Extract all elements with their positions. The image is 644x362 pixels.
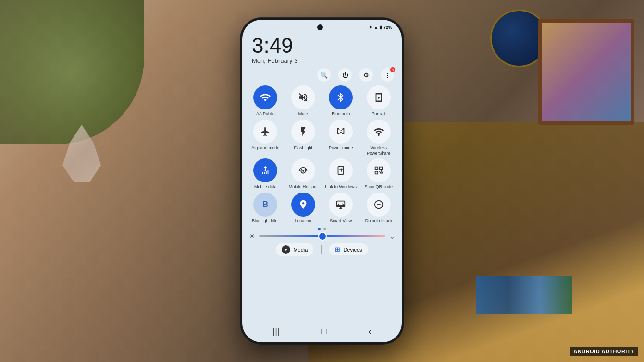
clock-display: 3:49 bbox=[252, 35, 392, 56]
quick-settings-grid: AA Public Mute bbox=[242, 84, 402, 226]
time-section: 3:49 Mon, February 3 bbox=[242, 32, 402, 66]
wifi-status-icon: ▲ bbox=[374, 25, 378, 30]
tile-bluetooth[interactable]: Bluetooth bbox=[323, 85, 359, 117]
location-icon bbox=[291, 193, 315, 217]
hotspot-label: Mobile Hotspot bbox=[289, 184, 318, 190]
link-windows-icon bbox=[329, 158, 353, 182]
phone-screen: ✦ ▲ ▮ 72% 3:49 Mon, February 3 🔍 ⏻ ⚙ ⋮ N bbox=[242, 20, 402, 342]
page-indicator bbox=[242, 228, 402, 230]
brightness-icon: ☀ bbox=[249, 232, 255, 240]
bluetooth-status-icon: ✦ bbox=[369, 25, 372, 30]
media-label: Media bbox=[293, 247, 308, 253]
flashlight-label: Flashlight bbox=[294, 145, 312, 151]
signal-status-icon: ▮ bbox=[380, 25, 382, 30]
aa-public-icon bbox=[253, 85, 277, 109]
tile-aa-public[interactable]: AA Public bbox=[248, 85, 283, 117]
tile-flashlight[interactable]: Flashlight bbox=[286, 120, 321, 156]
location-label: Location bbox=[295, 218, 311, 224]
wireless-powershare-label: Wireless PowerShare bbox=[361, 145, 396, 156]
tile-portrait[interactable]: Portrait bbox=[361, 85, 396, 117]
power-mode-icon bbox=[329, 120, 353, 144]
aa-public-label: AA Public bbox=[256, 111, 275, 117]
brightness-row: ☀ ⌄ bbox=[242, 231, 402, 241]
home-button[interactable]: □ bbox=[322, 326, 327, 337]
page-dot-2 bbox=[323, 228, 326, 230]
portrait-label: Portrait bbox=[372, 111, 385, 117]
recents-button[interactable]: ||| bbox=[273, 326, 280, 337]
books-decoration bbox=[476, 276, 572, 314]
devices-button[interactable]: ⊞ Devices bbox=[329, 243, 368, 255]
tile-mute[interactable]: Mute bbox=[286, 85, 321, 117]
date-display: Mon, February 3 bbox=[252, 57, 392, 64]
devices-grid-icon: ⊞ bbox=[335, 246, 340, 253]
brightness-slider[interactable] bbox=[259, 235, 385, 237]
power-mode-label: Power mode bbox=[329, 145, 353, 151]
power-button[interactable]: ⏻ bbox=[338, 68, 352, 82]
hotspot-icon bbox=[291, 158, 315, 182]
navigation-bar: ||| □ ‹ bbox=[242, 323, 402, 342]
tile-link-windows[interactable]: Link to Windows bbox=[323, 158, 359, 190]
devices-label: Devices bbox=[343, 247, 362, 253]
watermark: ANDROID AUTHORITY bbox=[570, 347, 638, 356]
settings-button[interactable]: ⚙ bbox=[359, 68, 373, 82]
bluetooth-label: Bluetooth bbox=[332, 111, 350, 117]
status-bar: ✦ ▲ ▮ 72% bbox=[242, 20, 402, 32]
phone-body: ✦ ▲ ▮ 72% 3:49 Mon, February 3 🔍 ⏻ ⚙ ⋮ N bbox=[240, 18, 404, 344]
airplane-icon bbox=[253, 120, 277, 144]
tile-mobile-data[interactable]: Mobile data bbox=[248, 158, 283, 190]
mute-label: Mute bbox=[298, 111, 308, 117]
tile-smart-view[interactable]: Smart View bbox=[323, 193, 359, 224]
smart-view-icon bbox=[329, 193, 353, 217]
bluetooth-icon bbox=[329, 85, 353, 109]
airplane-label: Airplane mode bbox=[251, 145, 279, 151]
brightness-thumb[interactable] bbox=[318, 232, 327, 241]
frame-decoration bbox=[538, 19, 634, 125]
back-button[interactable]: ‹ bbox=[368, 326, 371, 337]
portrait-icon bbox=[367, 85, 391, 109]
tile-airplane[interactable]: Airplane mode bbox=[248, 120, 283, 156]
dnd-icon bbox=[367, 193, 391, 217]
status-bar-right: ✦ ▲ ▮ 72% bbox=[369, 25, 392, 30]
battery-level: 72% bbox=[384, 25, 392, 30]
phone-wrapper: ✦ ▲ ▮ 72% 3:49 Mon, February 3 🔍 ⏻ ⚙ ⋮ N bbox=[240, 18, 404, 344]
tile-wireless-powershare[interactable]: Wireless PowerShare bbox=[361, 120, 396, 156]
page-dot-1 bbox=[318, 228, 321, 230]
notification-badge: N bbox=[390, 67, 395, 72]
svg-point-1 bbox=[378, 134, 380, 136]
dnd-label: Do not disturb bbox=[365, 218, 392, 224]
media-button[interactable]: ▶ Media bbox=[276, 243, 313, 256]
smart-view-label: Smart View bbox=[330, 218, 352, 224]
play-icon: ▶ bbox=[282, 245, 290, 254]
tile-power-mode[interactable]: Power mode bbox=[323, 120, 359, 156]
mobile-data-icon bbox=[253, 158, 277, 182]
mute-icon bbox=[291, 85, 315, 109]
more-options-button[interactable]: ⋮ N bbox=[381, 68, 394, 82]
tile-location[interactable]: Location bbox=[286, 193, 321, 224]
qs-header: 🔍 ⏻ ⚙ ⋮ N bbox=[242, 66, 402, 84]
row-divider bbox=[321, 245, 322, 254]
qr-icon bbox=[367, 158, 391, 182]
hand-decoration bbox=[0, 0, 264, 362]
flashlight-tile-icon bbox=[291, 120, 315, 144]
scan-qr-label: Scan QR code bbox=[364, 184, 393, 190]
tile-do-not-disturb[interactable]: Do not disturb bbox=[361, 193, 396, 224]
tile-scan-qr[interactable]: Scan QR code bbox=[361, 158, 396, 190]
brightness-expand-icon[interactable]: ⌄ bbox=[389, 232, 395, 240]
search-button[interactable]: 🔍 bbox=[317, 68, 331, 82]
mobile-data-label: Mobile data bbox=[254, 184, 277, 190]
wireless-icon bbox=[367, 120, 391, 144]
tile-blue-light[interactable]: B Blue light filter bbox=[248, 193, 283, 224]
blue-light-label: Blue light filter bbox=[252, 218, 279, 224]
media-devices-row: ▶ Media ⊞ Devices bbox=[242, 241, 402, 258]
tile-hotspot[interactable]: Mobile Hotspot bbox=[286, 158, 321, 190]
link-windows-label: Link to Windows bbox=[325, 184, 357, 190]
blue-light-icon: B bbox=[253, 193, 277, 217]
front-camera bbox=[317, 24, 323, 30]
